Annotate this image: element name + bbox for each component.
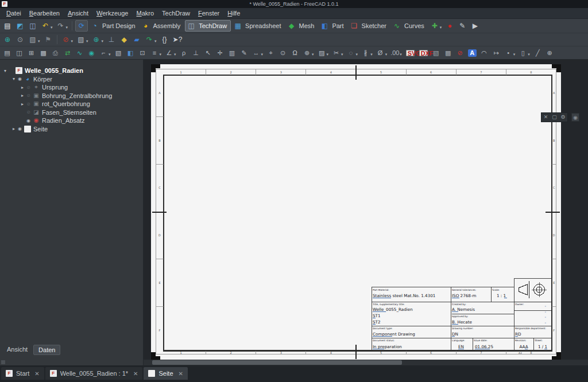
vertical-dimension-button[interactable]: ⊥ (191, 47, 202, 59)
tree-item-seite[interactable]: ▸◉Seite (0, 125, 143, 134)
weld-symbol-button[interactable]: ∦▾ (360, 47, 374, 59)
view-settings-button[interactable]: ⚙ (559, 113, 567, 122)
tb-revision-value[interactable]: AAA (519, 344, 528, 349)
fit-all-button[interactable]: ⊕ (2, 34, 13, 45)
tb-owner-placeholder[interactable]: - (544, 320, 546, 325)
tree-item-ursprung[interactable]: ▸⊘⌖Ursprung (0, 83, 143, 92)
tree-item-fasen-stiernseiten[interactable]: ⊘◪Fasen_Stiernseiten (0, 108, 143, 117)
oblique-dimension-button[interactable]: ↖ (203, 47, 214, 59)
menu-bearbeiten[interactable]: Bearbeiten (25, 8, 64, 18)
tb-title-line1[interactable]: Welle_0055_Radien (373, 307, 413, 312)
workbench-curves[interactable]: ∿Curves (391, 20, 428, 32)
close-tab-icon[interactable]: ✕ (34, 371, 39, 377)
curve-connector-button[interactable]: ◠ (479, 47, 490, 59)
toggle-keep-updated-button[interactable]: ∿ (74, 47, 85, 59)
drawing-view[interactable]: 1122334455667788AABBCCDDEEFF (144, 60, 588, 365)
tb-owner-placeholders[interactable]: ---- (544, 303, 546, 325)
center-mark-button[interactable]: ◌▾ (346, 47, 359, 59)
workbench-mesh[interactable]: ◆Mesh (286, 20, 318, 32)
undo-button[interactable]: ↶▾ (40, 20, 54, 32)
tb-responsible-department-value[interactable]: RD (515, 332, 521, 337)
restore-view-button[interactable]: ▢ (550, 113, 559, 122)
menu-ansicht[interactable]: Ansicht (64, 8, 92, 18)
part-solid-button[interactable]: ◆ (118, 34, 130, 45)
tb-general-tolerances-value[interactable]: ISO 2768-m (452, 293, 477, 298)
expander-icon[interactable]: ▾ (2, 68, 8, 73)
export-dxf-button[interactable]: DXF (417, 47, 430, 59)
redo-button[interactable]: ↷▾ (55, 20, 69, 32)
new-document-button[interactable]: ▤ (2, 20, 13, 32)
tb-title-line2[interactable]: ST1 (373, 313, 381, 318)
menu-techdraw[interactable]: TechDraw (158, 8, 194, 18)
group-folder-button[interactable]: ▰ (131, 34, 142, 45)
insert-link-view-button[interactable]: ◧ (125, 47, 136, 59)
open-document-button[interactable]: ◩ (14, 20, 26, 32)
annotation-block-button[interactable]: ▥ (227, 47, 238, 59)
insert-view-button[interactable]: ⌐▾ (98, 47, 112, 59)
tb-sheet-value[interactable]: 1 / 1 (538, 344, 547, 349)
whats-this-button[interactable]: ➤? (172, 34, 183, 45)
tb-document-type-value[interactable]: Component Drawing (373, 332, 415, 337)
play-macro-button[interactable]: ▶ (469, 20, 481, 32)
insert-default-page-button[interactable]: ▤ (2, 47, 13, 59)
tb-drawing-number-value[interactable]: DN (452, 332, 458, 337)
workbench-spreadsheet[interactable]: ▦Spreadsheet (232, 20, 284, 32)
refresh-button[interactable]: ⟳ (75, 20, 88, 32)
clipping-off-button[interactable]: ⊘▾ (60, 34, 75, 45)
annotation-text-button[interactable]: A (467, 47, 478, 59)
horizontal-scrollbar[interactable] (144, 360, 588, 365)
close-tab-icon[interactable]: ✕ (133, 371, 138, 377)
export-svg-button[interactable]: SVG (404, 47, 416, 59)
surface-finish-button[interactable]: Ω (289, 47, 300, 59)
insert-active-view-button[interactable]: ◉ (86, 47, 97, 59)
menu-fenster[interactable]: Fenster (194, 8, 223, 18)
hatch-region-button[interactable]: ▨▾ (316, 47, 330, 59)
dimension-repair-button[interactable]: ✛ (215, 47, 226, 59)
plus-button[interactable]: ✚▾ (429, 20, 443, 32)
expander-icon[interactable]: ▸ (20, 85, 25, 90)
insert-page-template-button[interactable]: ◫ (14, 47, 25, 59)
tab-ansicht[interactable]: Ansicht (2, 345, 32, 355)
workbench-sketcher[interactable]: ❏Sketcher (349, 20, 390, 32)
doc-tab-start[interactable]: FStart✕ (1, 367, 44, 380)
close-tab-icon[interactable]: ✕ (179, 371, 183, 377)
dock-overlay-button[interactable]: ⚑ (42, 34, 54, 45)
tree-item-rot-querbohrung[interactable]: ▸⊘▣rot_Querbohrung (0, 100, 143, 108)
trim-view-button[interactable]: ✂▾ (331, 47, 345, 59)
view-cube-button[interactable]: ▧▾ (75, 34, 90, 45)
hole-shaft-fit-button[interactable]: Ø▾ (375, 47, 389, 59)
line-tool-button[interactable]: ╱ (532, 47, 543, 59)
panel-resize-handle[interactable] (1, 360, 5, 364)
centerline-group-button[interactable]: ⊕▾ (301, 47, 315, 59)
tb-owner-placeholder[interactable]: - (544, 314, 546, 319)
zoom-tools-button[interactable]: ⊕▾ (91, 34, 105, 45)
tree-item-bohrung-zentralbohrung[interactable]: ▸⊘▣Bohrung_Zentralbohrung (0, 92, 143, 100)
expander-icon[interactable]: ▾ (11, 76, 17, 81)
measure-button[interactable]: ⊥ (106, 34, 117, 45)
tb-part-material-value[interactable]: Stainless steel Mat.No. 1.4301 (373, 293, 435, 298)
tb-language-value[interactable]: EN (458, 344, 464, 349)
drawing-page[interactable]: 1122334455667788AABBCCDDEEFF (151, 64, 561, 360)
macro-braces-button[interactable]: {} (159, 34, 171, 45)
tb-issue-date-value[interactable]: 01.06.25 (475, 344, 493, 349)
radius-dimension-button[interactable]: ρ (179, 47, 189, 59)
annotation-style-button[interactable]: ≡▾ (149, 47, 163, 59)
template-field-button[interactable]: ▯▾ (517, 47, 531, 59)
redraw-page-button[interactable]: ⊞ (26, 47, 37, 59)
workbench-assembly[interactable]: ◕Assembly (140, 20, 184, 32)
tab-daten[interactable]: Daten (33, 345, 60, 355)
tb-approved-by-value[interactable]: B. Hecate (452, 319, 473, 325)
tree-item-welle-0055-radien[interactable]: ▾FWelle_0055_Radien (0, 67, 143, 75)
save-document-button[interactable]: ◫ (27, 20, 38, 32)
tb-created-by-value[interactable]: A. Nemesis (452, 307, 475, 312)
projection-group-button[interactable]: ▧ (113, 47, 124, 59)
tb-document-status-value[interactable]: In preparation (373, 344, 402, 349)
dot-tool-button[interactable]: •▾ (503, 47, 517, 59)
balloon-annotation-button[interactable]: ⊙ (277, 47, 288, 59)
tb-owner-placeholder[interactable]: - (544, 309, 546, 314)
toggle-frames-button[interactable]: ⊘ (455, 47, 466, 59)
update-page-button[interactable]: ▩ (38, 47, 49, 59)
drawing-page-svg[interactable]: 1122334455667788AABBCCDDEEFF (151, 64, 561, 360)
extract-image-button[interactable]: ▩ (443, 47, 454, 59)
doc-tab-welle-0055-radien-1-[interactable]: FWelle_0055_Radien : 1*✕ (45, 367, 143, 380)
